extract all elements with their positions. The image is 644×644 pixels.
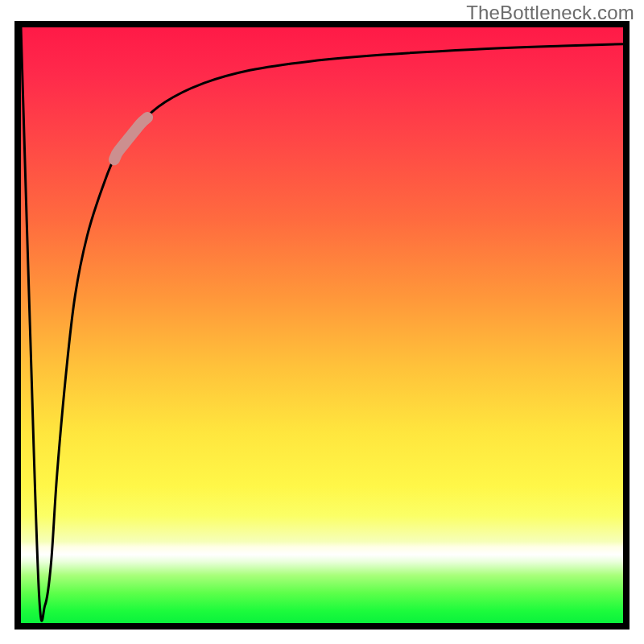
chart-gradient-background (21, 27, 623, 623)
watermark-text: TheBottleneck.com (466, 2, 634, 24)
